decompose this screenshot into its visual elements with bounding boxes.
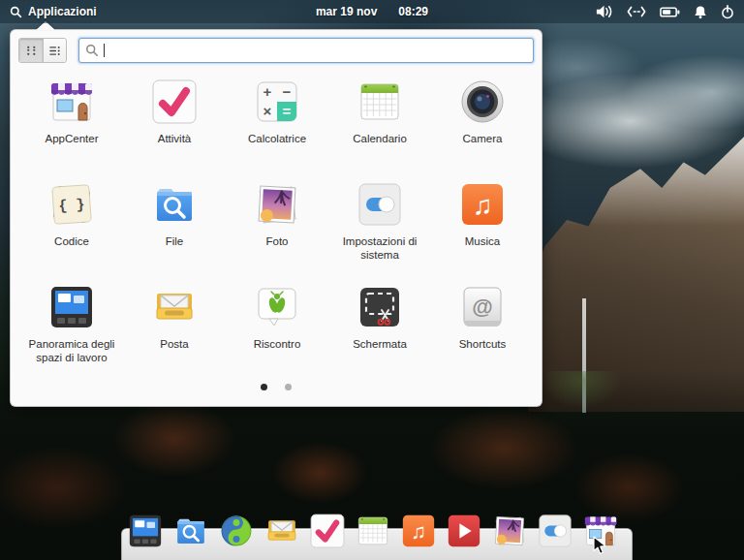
app-label: Calendario (353, 132, 407, 145)
app-grid: AppCenter Attività Calcolatrice Calendar… (20, 74, 534, 382)
network-icon[interactable] (627, 0, 646, 23)
tasks-icon[interactable] (308, 512, 347, 550)
category-view-icon (48, 45, 61, 57)
app-label: Schermata (353, 337, 407, 351)
app-label: Riscontro (254, 337, 301, 351)
workspaces-icon (46, 282, 97, 332)
app-label: Musica (465, 234, 500, 248)
app-settings[interactable]: Impostazioni di sistema (328, 176, 431, 279)
desktop: Applicazioni mar 19 nov 08:29 (0, 0, 744, 560)
files-icon[interactable] (171, 512, 210, 550)
tasks-icon (149, 77, 200, 127)
text-caret (104, 44, 105, 57)
app-label: Shortcuts (459, 337, 507, 351)
search-icon (85, 44, 99, 57)
app-label: Attività (158, 132, 192, 145)
system-indicators (595, 0, 744, 23)
photos-icon (252, 179, 302, 230)
videos-icon[interactable] (445, 512, 483, 550)
launcher-header (18, 38, 534, 63)
code-icon (46, 179, 97, 230)
page-indicator (11, 384, 542, 390)
appcenter-icon (46, 77, 97, 127)
mail-icon[interactable] (263, 512, 301, 550)
battery-icon[interactable] (660, 0, 680, 23)
grid-view-icon (25, 45, 38, 57)
app-calculator[interactable]: Calcolatrice (226, 74, 328, 176)
app-appcenter[interactable]: AppCenter (20, 74, 123, 176)
app-search-input[interactable] (78, 38, 534, 63)
search-icon (10, 6, 22, 18)
mail-icon (149, 282, 200, 332)
browser-icon[interactable] (217, 512, 256, 550)
app-code[interactable]: Codice (20, 176, 123, 279)
applications-launcher-popover: AppCenter Attività Calcolatrice Calendar… (10, 29, 542, 407)
music-icon[interactable] (399, 512, 438, 550)
app-label: File (166, 234, 184, 248)
app-camera[interactable]: Camera (431, 74, 534, 176)
app-label: Foto (265, 234, 288, 248)
grid-view-button[interactable] (19, 39, 43, 62)
applications-menu-label: Applicazioni (28, 5, 97, 18)
app-workspaces[interactable]: Panoramica degli spazi di lavoro (20, 279, 123, 382)
photos-icon[interactable] (490, 512, 529, 550)
app-mail[interactable]: Posta (123, 279, 226, 382)
top-panel: Applicazioni mar 19 nov 08:29 (0, 0, 744, 23)
workspaces-icon[interactable] (126, 512, 165, 550)
dock-icons (126, 512, 620, 550)
app-music[interactable]: Musica (431, 176, 534, 279)
panel-date: mar 19 nov (316, 5, 377, 18)
power-icon[interactable] (721, 0, 734, 23)
applications-menu-button[interactable]: Applicazioni (0, 0, 107, 23)
app-screenshot[interactable]: Schermata (328, 279, 431, 382)
calculator-icon (252, 77, 302, 127)
app-label: Panoramica degli spazi di lavoro (23, 337, 120, 365)
panel-time: 08:29 (398, 5, 428, 18)
category-view-button[interactable] (43, 39, 66, 62)
page-dot-2[interactable] (285, 384, 292, 390)
app-photos[interactable]: Foto (226, 176, 328, 279)
app-files[interactable]: File (123, 176, 226, 279)
settings-icon[interactable] (536, 512, 574, 550)
screenshot-icon (355, 282, 405, 332)
app-label: AppCenter (46, 132, 99, 145)
settings-icon (355, 179, 405, 230)
page-dot-1[interactable] (261, 384, 267, 390)
notifications-icon[interactable] (694, 0, 707, 23)
calendar-icon[interactable] (354, 512, 392, 550)
app-shortcuts[interactable]: Shortcuts (431, 279, 534, 382)
camera-icon (457, 77, 508, 127)
wallpaper-snow (528, 92, 744, 412)
app-calendar[interactable]: Calendario (328, 74, 431, 176)
feedback-icon (252, 282, 302, 332)
shortcuts-icon (457, 282, 508, 332)
app-label: Posta (160, 337, 188, 351)
app-tasks[interactable]: Attività (123, 74, 226, 176)
view-switcher (18, 38, 67, 63)
app-label: Impostazioni di sistema (331, 234, 428, 263)
mouse-cursor (593, 536, 606, 555)
app-feedback[interactable]: Riscontro (226, 279, 328, 382)
app-label: Calcolatrice (248, 132, 306, 145)
app-label: Codice (54, 234, 89, 248)
volume-icon[interactable] (595, 0, 613, 23)
app-label: Camera (463, 132, 503, 145)
files-icon (149, 179, 200, 230)
calendar-icon (355, 77, 405, 127)
music-icon (457, 179, 508, 230)
